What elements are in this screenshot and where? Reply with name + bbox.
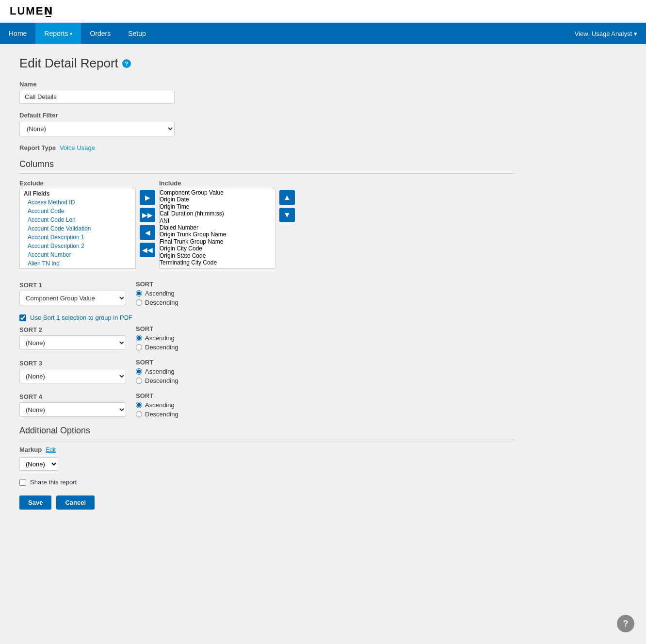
columns-section-title: Columns (19, 159, 514, 174)
markup-select-wrapper: (None) (19, 457, 514, 471)
sort-2-sort-label: SORT (136, 325, 178, 332)
list-item[interactable]: Access Method ID (20, 198, 135, 207)
sort-2-descending-radio[interactable] (136, 344, 142, 350)
main-content: Edit Detail Report ? Name Default Filter… (0, 44, 533, 521)
share-label[interactable]: Share this report (30, 479, 77, 486)
group-pdf-checkbox[interactable] (19, 314, 26, 321)
list-item[interactable]: Account Code (20, 207, 135, 215)
list-item[interactable]: Account Code Validation (20, 224, 135, 233)
list-item[interactable]: Call Duration (hh:mm:ss) (160, 210, 275, 217)
sort-2-ascending-radio[interactable] (136, 335, 142, 341)
sort-1-descending-label: Descending (145, 299, 178, 306)
list-item[interactable]: Dialed Number (160, 224, 275, 231)
list-item[interactable]: Account Code Len (20, 215, 135, 224)
list-item[interactable]: Origin Date (160, 196, 275, 203)
nav-bar: Home Reports ▾ Orders Setup View: Usage … (0, 23, 646, 44)
sort-2-descending-label: Descending (145, 344, 178, 351)
transfer-buttons: ▶ ▶▶ ◀ ◀◀ (140, 180, 155, 257)
move-right-button[interactable]: ▶ (140, 190, 155, 205)
list-item[interactable]: Origin State Code (160, 252, 275, 259)
reports-dropdown-arrow: ▾ (70, 31, 72, 36)
report-type-label: Report Type (19, 144, 56, 151)
sort-1-ascending-radio[interactable] (136, 290, 142, 297)
list-item[interactable]: Final Trunk Group Name (160, 238, 275, 245)
sort-4-select[interactable]: (None) (19, 402, 126, 417)
nav-home[interactable]: Home (0, 23, 35, 44)
sort-4-ascending-label: Ascending (145, 401, 175, 409)
sort-4-ascending-radio[interactable] (136, 402, 142, 408)
edit-link[interactable]: Edit (46, 446, 56, 453)
sort-4-sort-label: SORT (136, 392, 178, 399)
sort-3-descending-option[interactable]: Descending (136, 377, 178, 384)
list-item[interactable]: Component Group Value (160, 189, 275, 196)
additional-options-title: Additional Options (19, 426, 514, 440)
list-item[interactable]: Account Description 2 (20, 242, 135, 250)
view-selector[interactable]: View: Usage Analyst ▾ (566, 30, 646, 37)
move-left-button[interactable]: ◀ (140, 225, 155, 240)
sort-3-select[interactable]: (None) (19, 369, 126, 383)
cancel-button[interactable]: Cancel (56, 495, 95, 510)
nav-reports[interactable]: Reports ▾ (35, 23, 81, 44)
sort-3-sort-label: SORT (136, 359, 178, 366)
list-item[interactable]: Account Description 1 (20, 233, 135, 242)
page-help-icon[interactable]: ? (122, 59, 131, 68)
markup-row: Markup Edit (19, 446, 514, 453)
move-all-right-button[interactable]: ▶▶ (140, 208, 155, 222)
list-item[interactable]: Terminating City Code (160, 259, 275, 266)
name-group: Name (19, 81, 514, 104)
list-item[interactable]: Origin Trunk Group Name (160, 231, 275, 238)
list-item[interactable]: Account Number (20, 250, 135, 259)
sort-1-descending-option[interactable]: Descending (136, 299, 178, 306)
sort-1-sort-label: SORT (136, 281, 178, 288)
include-list[interactable]: Component Group Value Origin Date Origin… (159, 189, 275, 269)
list-item[interactable]: Origin Time (160, 203, 275, 210)
sort-2-ascending-option[interactable]: Ascending (136, 334, 178, 342)
sort-2-row: SORT 2 (None) SORT Ascending Descending (19, 325, 514, 351)
sort-3-ascending-radio[interactable] (136, 368, 142, 375)
share-checkbox[interactable] (19, 479, 26, 486)
nav-orders[interactable]: Orders (81, 23, 119, 44)
sort-4-descending-label: Descending (145, 411, 178, 418)
list-item[interactable]: All Fields (20, 189, 135, 198)
markup-select[interactable]: (None) (19, 457, 58, 471)
page-title: Edit Detail Report (19, 56, 118, 71)
include-list-wrapper: Include Component Group Value Origin Dat… (159, 180, 275, 269)
list-item[interactable]: ANI NPA (20, 268, 135, 269)
sort-1-ascending-option[interactable]: Ascending (136, 290, 178, 297)
sort-1-descending-radio[interactable] (136, 299, 142, 306)
sort-4-radio-block: SORT Ascending Descending (136, 392, 178, 418)
exclude-label: Exclude (19, 180, 136, 187)
sort-3-row: SORT 3 (None) SORT Ascending Descending (19, 359, 514, 384)
list-item[interactable]: Origin City Code (160, 245, 275, 252)
list-item[interactable]: Alien TN Ind (20, 259, 135, 268)
sort-2-select[interactable]: (None) (19, 335, 126, 350)
sort-3-block: SORT 3 (None) (19, 360, 126, 383)
default-filter-select[interactable]: (None) (19, 121, 175, 136)
sort-3-ascending-label: Ascending (145, 368, 175, 375)
markup-label: Markup (19, 446, 42, 453)
group-pdf-label[interactable]: Use Sort 1 selection to group in PDF (30, 314, 132, 321)
sort-3-descending-radio[interactable] (136, 378, 142, 384)
sort-4-row: SORT 4 (None) SORT Ascending Descending (19, 392, 514, 418)
move-up-button[interactable]: ▲ (279, 190, 295, 205)
sort-2-radio-group: Ascending Descending (136, 334, 178, 351)
exclude-list[interactable]: All Fields Access Method ID Account Code… (19, 189, 136, 269)
sort-2-descending-option[interactable]: Descending (136, 344, 178, 351)
sort-4-descending-radio[interactable] (136, 411, 142, 417)
top-header: LUMEN̲ (0, 0, 646, 23)
sort-3-ascending-option[interactable]: Ascending (136, 368, 178, 375)
move-all-left-button[interactable]: ◀◀ (140, 243, 155, 257)
sort-3-label: SORT 3 (19, 360, 48, 367)
sort-4-descending-option[interactable]: Descending (136, 411, 178, 418)
report-type-row: Report Type Voice Usage (19, 144, 514, 151)
group-checkbox-row: Use Sort 1 selection to group in PDF (19, 314, 514, 321)
sort-4-radio-group: Ascending Descending (136, 401, 178, 418)
move-down-button[interactable]: ▼ (279, 208, 295, 222)
save-button[interactable]: Save (19, 495, 51, 510)
view-dropdown-arrow: ▾ (634, 30, 637, 37)
name-input[interactable] (19, 90, 175, 104)
sort-4-ascending-option[interactable]: Ascending (136, 401, 178, 409)
nav-setup[interactable]: Setup (119, 23, 155, 44)
list-item[interactable]: ANI (160, 217, 275, 224)
sort-1-select[interactable]: Component Group Value (None) (19, 291, 126, 305)
